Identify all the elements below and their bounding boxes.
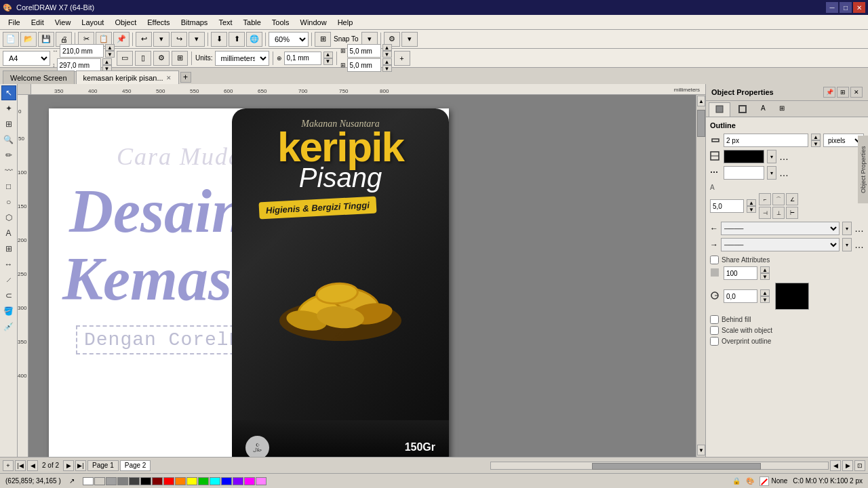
line-start-btn[interactable]: ⊣ (759, 207, 771, 219)
hscroll-right[interactable]: ▶ (842, 460, 853, 471)
table-tool[interactable]: ⊞ (1, 241, 16, 256)
stroke-angle-down[interactable]: ▼ (760, 296, 770, 303)
units-dropdown[interactable]: millimetersinchespixels (215, 51, 269, 66)
new-tab-button[interactable]: + (180, 72, 191, 83)
outline-color-picker[interactable] (724, 150, 764, 163)
bleed-btn[interactable]: ⊞ (172, 51, 188, 66)
swatch-orange[interactable] (175, 477, 186, 485)
panel-close-button[interactable]: ✕ (850, 87, 863, 98)
menu-effects[interactable]: Effects (142, 17, 175, 28)
menu-bitmaps[interactable]: Bitmaps (176, 17, 214, 28)
scroll-down-button[interactable]: ▼ (697, 445, 705, 455)
arrow-end-dropdown[interactable]: ▾ (842, 238, 852, 251)
swatch-purple[interactable] (233, 477, 243, 485)
share-attrs-checkbox[interactable] (710, 256, 719, 264)
horizontal-scrollbar[interactable] (490, 462, 829, 470)
arrow-end-select[interactable]: ──── (721, 238, 840, 251)
grid-y-down[interactable]: ▼ (382, 65, 392, 72)
tab-welcome[interactable]: Welcome Screen (3, 70, 75, 84)
line-end-btn[interactable]: ⊢ (786, 207, 798, 219)
connector-tool[interactable]: ⟋ (1, 272, 16, 287)
angle-up[interactable]: ▲ (747, 199, 756, 206)
swatch-gray-light[interactable] (94, 477, 105, 485)
outline-style-dropdown[interactable]: ▾ (767, 166, 776, 180)
fill-tool[interactable]: 🪣 (1, 304, 16, 319)
swatch-darkred[interactable] (152, 477, 163, 485)
open-button[interactable]: 📂 (20, 32, 37, 47)
outline-size-down[interactable]: ▼ (811, 140, 821, 147)
blend-tool[interactable]: ⊂ (1, 288, 16, 303)
angle-down[interactable]: ▼ (747, 206, 756, 213)
corner-bevel-btn[interactable]: ∠ (786, 193, 798, 205)
swatch-pink[interactable] (256, 477, 267, 485)
eyedrop-tool[interactable]: 💉 (1, 319, 16, 334)
corner-round-btn[interactable]: ⌒ (772, 193, 785, 205)
corner-miter-btn[interactable]: ⌐ (759, 193, 771, 205)
height-up[interactable]: ▲ (102, 58, 112, 65)
outline-size-up[interactable]: ▲ (811, 134, 821, 140)
select-tool[interactable]: ↖ (1, 85, 16, 100)
smart-draw-tool[interactable]: 〰 (1, 163, 16, 178)
arrow-start-select[interactable]: ──── (721, 222, 840, 235)
nudge-up[interactable]: ▲ (323, 52, 333, 58)
swatch-black[interactable] (140, 477, 151, 485)
undo-button[interactable]: ↩ (136, 32, 152, 47)
rect-tool[interactable]: □ (1, 179, 16, 194)
first-page-button[interactable]: |◀ (15, 460, 26, 471)
menu-tools[interactable]: Tools (267, 17, 295, 28)
tab-close-icon[interactable]: ✕ (166, 75, 172, 81)
panel-float-button[interactable]: ⊞ (837, 87, 849, 98)
add-page-button[interactable]: + (3, 460, 14, 471)
arrow-start-more[interactable]: … (854, 223, 864, 234)
canvas-content[interactable]: Cara Mudah Desain Kemasan Dengan CorelDr… (28, 95, 705, 457)
polygon-tool[interactable]: ⬡ (1, 210, 16, 225)
paste-button[interactable]: 📌 (113, 32, 130, 47)
outline-style-picker[interactable] (724, 166, 764, 180)
scroll-up-button[interactable]: ▲ (697, 96, 705, 106)
last-page-button[interactable]: ▶| (75, 460, 86, 471)
tab-kemasan[interactable]: kemasan keripik pisan... ✕ (76, 70, 179, 84)
paper-size-dropdown[interactable]: A4A3Letter (3, 51, 50, 66)
width-down[interactable]: ▼ (105, 51, 115, 58)
stroke-color-preview[interactable] (775, 283, 809, 310)
opacity-down[interactable]: ▼ (760, 273, 770, 280)
ellipse-tool[interactable]: ○ (1, 195, 16, 209)
add-guide-btn[interactable]: + (394, 51, 410, 66)
swatch-gray-dark[interactable] (129, 477, 140, 485)
maximize-button[interactable]: □ (840, 2, 852, 13)
outline-size-input[interactable] (724, 134, 808, 147)
swatch-gray-mid[interactable] (117, 477, 128, 485)
import-button[interactable]: ⬇ (211, 32, 227, 47)
nudge-down[interactable]: ▼ (323, 58, 333, 65)
menu-table[interactable]: Table (238, 17, 267, 28)
menu-layout[interactable]: Layout (76, 17, 109, 28)
panel-tab-more[interactable]: ⊞ (773, 102, 791, 117)
behind-fill-checkbox[interactable] (710, 315, 719, 324)
menu-window[interactable]: Window (295, 17, 332, 28)
width-up[interactable]: ▲ (105, 44, 115, 51)
vertical-scrollbar[interactable]: ▲ ▼ (696, 95, 705, 457)
obj-prop-side-tab[interactable]: Object Properties (858, 136, 868, 203)
new-button[interactable]: 📄 (3, 32, 19, 47)
hscroll-left[interactable]: ◀ (830, 460, 841, 471)
freehand-tool[interactable]: ✏ (1, 148, 16, 163)
minimize-button[interactable]: ─ (826, 2, 838, 13)
zoom-dropdown[interactable]: 60%100%150% (269, 32, 309, 47)
publish-button[interactable]: 🌐 (246, 32, 262, 47)
view-dropdown[interactable]: ▾ (401, 32, 418, 47)
menu-text[interactable]: Text (213, 17, 237, 28)
hscroll-thumb[interactable] (592, 463, 760, 470)
grid-x-down[interactable]: ▼ (382, 51, 392, 58)
export-button[interactable]: ⬆ (229, 32, 245, 47)
close-button[interactable]: ✕ (853, 2, 865, 13)
shape-tool[interactable]: ✦ (1, 101, 16, 116)
menu-edit[interactable]: Edit (26, 17, 50, 28)
menu-help[interactable]: Help (332, 17, 359, 28)
undo-list-button[interactable]: ▾ (153, 32, 170, 47)
swatch-white[interactable] (83, 477, 94, 485)
outline-color-dropdown[interactable]: ▾ (767, 150, 776, 163)
swatch-yellow[interactable] (186, 477, 197, 485)
grid-y-input[interactable] (347, 58, 381, 72)
opacity-input[interactable] (724, 266, 757, 280)
outline-color-more[interactable]: … (779, 151, 789, 162)
